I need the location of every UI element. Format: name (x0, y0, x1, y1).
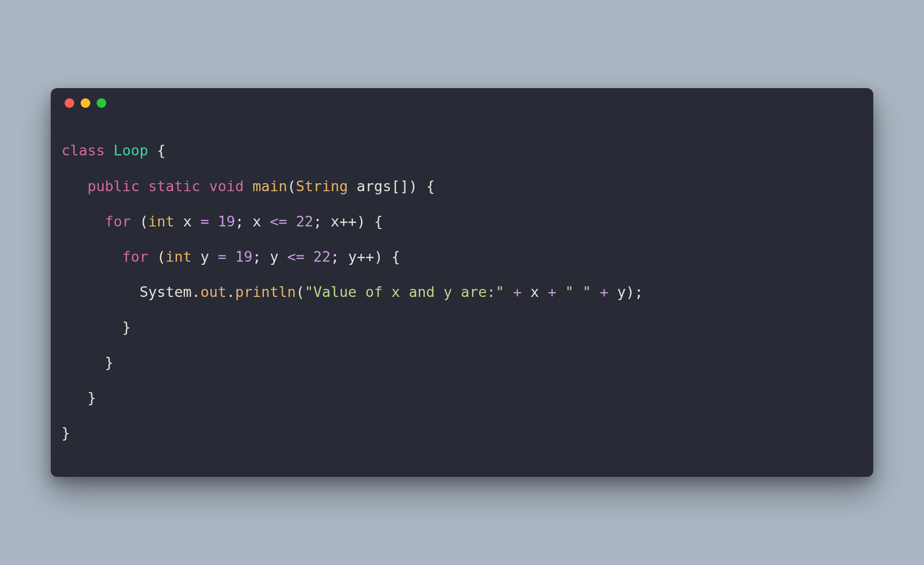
paren-close: ) (374, 248, 382, 265)
type-int: int (166, 248, 192, 265)
keyword-public: public (88, 178, 140, 194)
identifier-y: y (270, 248, 278, 265)
brackets: [] (391, 178, 409, 194)
operator-plus: + (600, 284, 608, 300)
identifier-y: y (200, 248, 209, 265)
semicolon: ; (235, 213, 244, 230)
semicolon: ; (635, 284, 643, 300)
code-line: } (61, 389, 96, 406)
semicolon: ; (331, 248, 339, 265)
code-line: for (int y = 19; y <= 22; y++) { (61, 248, 400, 265)
identifier-println: println (235, 284, 296, 300)
minimize-icon[interactable] (81, 98, 90, 108)
keyword-for: for (122, 248, 148, 265)
identifier-x: x (253, 213, 261, 230)
identifier-increment: y++ (348, 248, 374, 265)
number-literal: 22 (296, 213, 314, 230)
maximize-icon[interactable] (97, 98, 106, 108)
brace-open: { (157, 142, 166, 159)
operator-le: <= (287, 248, 305, 265)
semicolon: ; (253, 248, 261, 265)
type-int: int (148, 213, 175, 230)
code-line: } (61, 319, 131, 335)
keyword-for: for (105, 213, 131, 230)
string-literal: " " (565, 284, 591, 300)
identifier-classname: Loop (114, 142, 148, 159)
number-literal: 19 (218, 213, 236, 230)
operator-assign: = (218, 248, 226, 265)
brace-close: } (122, 319, 131, 335)
number-literal: 19 (235, 248, 253, 265)
identifier-x: x (183, 213, 192, 230)
dot: . (226, 284, 235, 300)
string-literal: "Value of x and y are:" (304, 284, 504, 300)
code-line: System.out.println("Value of x and y are… (61, 284, 643, 300)
semicolon: ; (314, 213, 322, 230)
identifier-main: main (253, 178, 287, 194)
keyword-static: static (148, 178, 201, 194)
brace-open: { (426, 178, 435, 194)
identifier-out: out (200, 284, 226, 300)
brace-close: } (88, 389, 96, 406)
operator-plus: + (513, 284, 521, 300)
brace-open: { (374, 213, 382, 230)
code-line: class Loop { (61, 142, 166, 159)
code-line: } (61, 425, 70, 441)
code-line: } (61, 354, 114, 371)
identifier-system: System (139, 284, 192, 300)
operator-assign: = (200, 213, 209, 230)
identifier-y: y (617, 284, 626, 300)
keyword-class: class (61, 142, 105, 159)
type-string: String (296, 178, 348, 194)
paren-open: ( (296, 284, 304, 300)
paren-open: ( (287, 178, 296, 194)
code-line: for (int x = 19; x <= 22; x++) { (61, 213, 383, 230)
code-window: class Loop { public static void main(Str… (51, 88, 873, 476)
paren-open: ( (139, 213, 148, 230)
operator-plus: + (547, 284, 556, 300)
paren-close: ) (357, 213, 365, 230)
close-icon[interactable] (65, 98, 74, 108)
window-titlebar (51, 88, 873, 118)
identifier-increment: x++ (331, 213, 357, 230)
paren-close: ) (626, 284, 635, 300)
paren-open: ( (157, 248, 166, 265)
paren-close: ) (409, 178, 417, 194)
identifier-args: args (357, 178, 391, 194)
number-literal: 22 (314, 248, 331, 265)
brace-close: } (61, 425, 70, 441)
code-line: public static void main(String args[]) { (61, 178, 435, 194)
operator-le: <= (270, 213, 287, 230)
code-editor: class Loop { public static void main(Str… (51, 118, 873, 476)
dot: . (192, 284, 200, 300)
identifier-x: x (530, 284, 539, 300)
keyword-void: void (209, 178, 244, 194)
brace-open: { (391, 248, 400, 265)
brace-close: } (105, 354, 113, 371)
